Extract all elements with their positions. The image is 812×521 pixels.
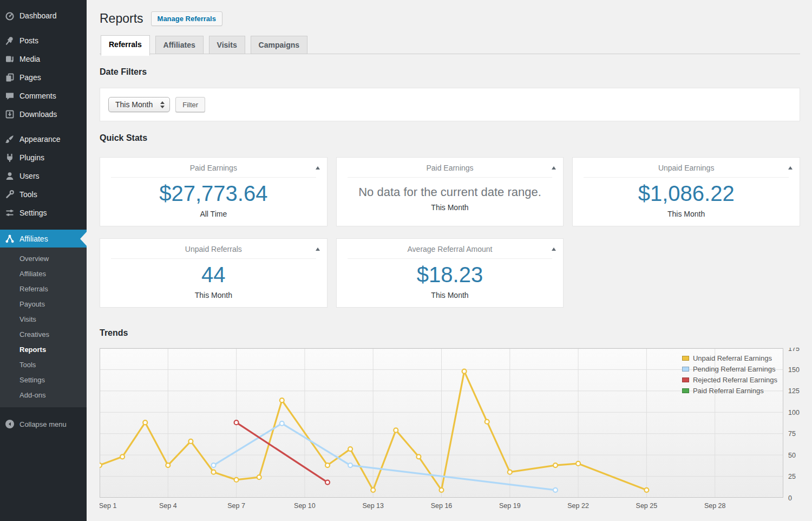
svg-text:Sep 4: Sep 4: [159, 502, 177, 510]
plug-icon: [4, 152, 15, 163]
collapse-triangle-icon[interactable]: [316, 248, 320, 251]
sidebar-item-label: Settings: [19, 209, 47, 217]
stat-card-unpaid-referrals: Unpaid Referrals 44 This Month: [100, 238, 328, 308]
stat-card-title: Paid Earnings: [100, 158, 327, 177]
legend-swatch-unpaid: [682, 356, 689, 361]
sidebar-item-label: Pages: [19, 73, 41, 82]
sidebar-item-users[interactable]: Users: [0, 167, 87, 185]
collapse-triangle-icon[interactable]: [316, 166, 320, 170]
legend-item-rejected: Rejected Referral Earnings: [682, 376, 777, 384]
collapse-triangle-icon[interactable]: [552, 166, 556, 170]
submenu-item-settings[interactable]: Settings: [0, 373, 87, 388]
sidebar-item-label: Downloads: [19, 110, 57, 119]
svg-text:Sep 25: Sep 25: [636, 502, 658, 510]
stat-caption: This Month: [100, 291, 327, 299]
collapse-triangle-icon[interactable]: [788, 166, 793, 170]
sidebar-item-tools[interactable]: Tools: [0, 185, 87, 204]
sidebar-item-label: Users: [19, 172, 40, 180]
stat-message: No data for the current date range.: [337, 185, 564, 199]
sidebar-item-label: Tools: [19, 190, 37, 199]
svg-text:175: 175: [788, 348, 800, 353]
submenu-item-payouts[interactable]: Payouts: [0, 297, 87, 312]
sidebar-item-settings[interactable]: Settings: [0, 204, 87, 222]
sidebar-item-downloads[interactable]: Downloads: [0, 105, 87, 123]
pin-icon: [4, 35, 15, 46]
svg-text:Sep 16: Sep 16: [431, 502, 453, 510]
collapse-menu-label: Collapse menu: [19, 420, 67, 428]
svg-text:125: 125: [788, 387, 800, 395]
submenu-item-affiliates[interactable]: Affiliates: [0, 266, 87, 282]
svg-text:Sep 7: Sep 7: [227, 502, 245, 510]
tab-affiliates[interactable]: Affiliates: [155, 36, 204, 54]
user-icon: [4, 171, 15, 181]
sidebar-item-affiliates[interactable]: Affiliates: [0, 230, 87, 248]
legend-item-pending: Pending Referral Earnings: [682, 365, 777, 373]
stat-caption: This Month: [573, 210, 800, 218]
filter-button[interactable]: Filter: [175, 97, 205, 112]
comment-icon: [4, 90, 15, 101]
stat-card-average-referral-amount: Average Referral Amount $18.23 This Mont…: [336, 238, 564, 308]
svg-text:75: 75: [788, 430, 796, 438]
legend-swatch-pending: [682, 367, 689, 372]
svg-text:150: 150: [788, 366, 800, 374]
tab-campaigns[interactable]: Campaigns: [251, 36, 307, 54]
sidebar-item-pages[interactable]: Pages: [0, 68, 87, 87]
stat-value: $18.23: [337, 262, 564, 287]
collapse-triangle-icon[interactable]: [552, 248, 556, 251]
sidebar-item-comments[interactable]: Comments: [0, 87, 87, 105]
quick-stats-heading: Quick Stats: [100, 133, 800, 143]
svg-text:Sep 1: Sep 1: [100, 502, 116, 510]
date-range-value: This Month: [115, 100, 153, 109]
submenu-item-referrals[interactable]: Referrals: [0, 282, 87, 297]
tab-referrals[interactable]: Referrals: [101, 35, 150, 56]
divider: [584, 177, 789, 178]
stat-card-title: Average Referral Amount: [337, 239, 564, 258]
sidebar-item-media[interactable]: Media: [0, 50, 87, 68]
page-header: Reports Manage Referrals: [100, 11, 800, 27]
sidebar-item-appearance[interactable]: Appearance: [0, 130, 87, 148]
stat-caption: This Month: [337, 203, 564, 212]
sidebar-item-posts[interactable]: Posts: [0, 31, 87, 50]
main-content: Reports Manage Referrals Referrals Affil…: [87, 0, 812, 521]
menu-separator: [0, 123, 87, 130]
sidebar-item-dashboard[interactable]: Dashboard: [0, 6, 87, 25]
submenu-item-reports[interactable]: Reports: [0, 342, 87, 357]
legend-swatch-rejected: [682, 377, 689, 382]
date-range-select[interactable]: This Month: [108, 97, 170, 112]
trends-heading: Trends: [100, 328, 800, 338]
legend-swatch-paid: [682, 388, 689, 393]
submenu-item-creatives[interactable]: Creatives: [0, 327, 87, 342]
affiliates-submenu: Overview Affiliates Referrals Payouts Vi…: [0, 248, 87, 407]
collapse-menu-button[interactable]: Collapse menu: [0, 415, 87, 433]
submenu-item-visits[interactable]: Visits: [0, 312, 87, 327]
pages-icon: [4, 72, 15, 83]
stat-value: $1,086.22: [573, 181, 800, 206]
tab-visits[interactable]: Visits: [209, 36, 245, 54]
divider: [111, 258, 316, 259]
date-filter-bar: This Month Filter: [100, 88, 800, 121]
download-icon: [4, 109, 15, 120]
sidebar-item-plugins[interactable]: Plugins: [0, 148, 87, 167]
admin-sidebar: Dashboard Posts Media Pages Comments Dow…: [0, 0, 87, 521]
stat-caption: This Month: [337, 291, 564, 299]
svg-text:25: 25: [788, 473, 796, 480]
svg-text:50: 50: [788, 452, 796, 459]
submenu-item-addons[interactable]: Add-ons: [0, 388, 87, 403]
svg-text:Sep 28: Sep 28: [704, 502, 726, 510]
svg-text:Sep 22: Sep 22: [567, 502, 589, 510]
stat-value: $27,773.64: [100, 181, 327, 206]
sidebar-item-label: Dashboard: [19, 11, 57, 20]
settings-icon: [4, 207, 15, 218]
affiliates-icon: [4, 233, 15, 244]
sidebar-item-label: Plugins: [19, 153, 44, 162]
stat-value: 44: [100, 262, 327, 287]
svg-text:0: 0: [788, 494, 792, 502]
stat-caption: All Time: [100, 210, 327, 218]
submenu-item-tools[interactable]: Tools: [0, 357, 87, 373]
divider: [111, 177, 316, 178]
manage-referrals-button[interactable]: Manage Referrals: [151, 11, 222, 26]
stat-card-title: Unpaid Referrals: [100, 239, 327, 258]
sidebar-item-label: Appearance: [19, 135, 61, 144]
quick-stats-cards: Paid Earnings $27,773.64 All Time Paid E…: [100, 157, 800, 308]
submenu-item-overview[interactable]: Overview: [0, 251, 87, 266]
